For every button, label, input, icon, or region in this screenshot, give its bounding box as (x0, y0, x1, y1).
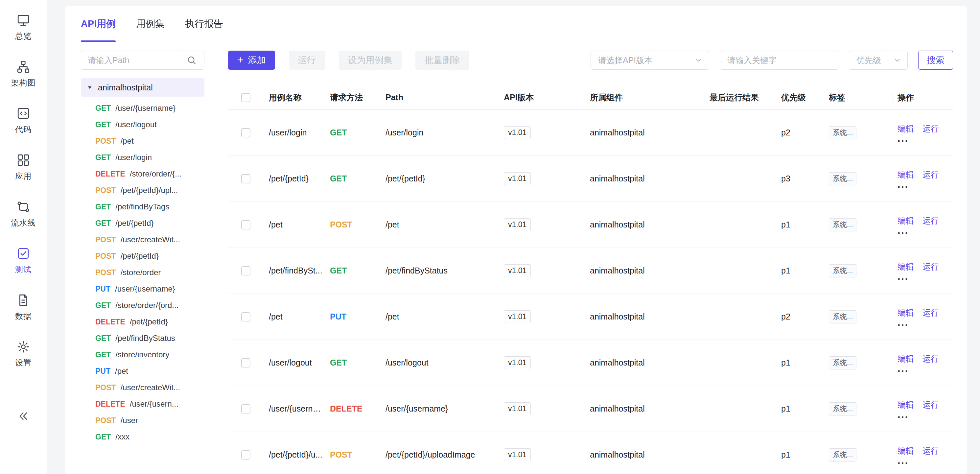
row-checkbox[interactable] (241, 312, 250, 321)
tag-badge: 系统... (829, 126, 856, 139)
row-checkbox[interactable] (241, 358, 250, 367)
sidebar-item-data[interactable]: 数据 (0, 293, 47, 321)
caret-down-icon[interactable] (86, 84, 93, 91)
add-button[interactable]: + 添加 (228, 51, 275, 70)
priority-value: p2 (781, 128, 829, 137)
tab-execution-reports[interactable]: 执行报告 (185, 6, 223, 42)
more-actions-button[interactable]: ... (897, 365, 909, 372)
run-link[interactable]: 运行 (923, 261, 939, 272)
tree-root-node[interactable]: animalhostpital (81, 78, 204, 97)
priority-select[interactable]: 优先级 (849, 51, 908, 70)
tree-item[interactable]: GET /xxx (81, 429, 204, 445)
tree-item-path: /user/createWit... (121, 235, 180, 244)
more-actions-button[interactable]: ... (897, 411, 909, 418)
tree-item[interactable]: POST /pet/{petId} (81, 248, 204, 264)
tree-item[interactable]: GET /user/login (81, 149, 204, 165)
case-name: /pet (269, 220, 330, 229)
keyword-input[interactable] (720, 51, 838, 70)
tree-item-path: /user/{username} (115, 103, 175, 113)
sidebar-item-pipeline[interactable]: 流水线 (0, 200, 47, 228)
tree-item-path: /store/order/{... (130, 169, 181, 178)
run-link[interactable]: 运行 (923, 445, 939, 456)
tree-item[interactable]: GET /store/order/{ord... (81, 297, 204, 313)
tree-item[interactable]: GET /pet/findByTags (81, 199, 204, 215)
tree-item[interactable]: GET /store/inventory (81, 347, 204, 363)
tree-item[interactable]: PUT /user/{username} (81, 281, 204, 297)
case-name: /user/{userna... (269, 404, 330, 414)
api-version-badge: v1.01 (504, 172, 531, 185)
sidebar-item-architecture[interactable]: 架构图 (0, 60, 47, 88)
tree-item[interactable]: GET /pet/{petId} (81, 215, 204, 231)
method-label: GET (95, 219, 111, 228)
api-version-select-placeholder: 请选择API版本 (598, 55, 652, 66)
sidebar: 总览 架构图 代码 应用 流水线 测试 数据 (0, 0, 47, 474)
sidebar-item-code[interactable]: 代码 (0, 107, 47, 135)
tree-item[interactable]: DELETE /user/{usern... (81, 396, 204, 412)
collapse-sidebar-button[interactable] (17, 410, 30, 423)
set-suite-button[interactable]: 设为用例集 (339, 51, 402, 70)
case-path: /user/login (385, 128, 504, 137)
more-actions-button[interactable]: ... (897, 457, 909, 464)
more-actions-button[interactable]: ... (897, 227, 909, 234)
tree-item-path: /pet/{petId} (130, 317, 168, 326)
run-link[interactable]: 运行 (923, 353, 939, 364)
case-path: /pet (385, 312, 504, 321)
row-checkbox[interactable] (241, 450, 250, 460)
tree-item[interactable]: GET /user/{username} (81, 100, 204, 116)
tree-item[interactable]: POST /pet/{petId}/upl... (81, 182, 204, 199)
select-all-checkbox[interactable] (241, 93, 250, 102)
tree-item[interactable]: POST /pet (81, 133, 204, 149)
row-checkbox[interactable] (241, 404, 250, 414)
row-checkbox[interactable] (241, 128, 250, 137)
toolbar: + 添加 运行 设为用例集 批量删除 请选择API版本 优先级 (228, 51, 953, 70)
tab-case-suites[interactable]: 用例集 (136, 6, 165, 42)
row-checkbox[interactable] (241, 220, 250, 229)
more-actions-button[interactable]: ... (897, 273, 909, 280)
more-actions-button[interactable]: ... (897, 181, 909, 188)
case-path: /pet/findByStatus (385, 266, 504, 275)
run-link[interactable]: 运行 (923, 169, 939, 180)
sidebar-item-apps[interactable]: 应用 (0, 153, 47, 181)
api-version-badge: v1.01 (504, 264, 531, 277)
batch-delete-button[interactable]: 批量删除 (415, 51, 469, 70)
tag-badge: 系统... (829, 402, 856, 415)
tree-item[interactable]: POST /store/order (81, 264, 204, 281)
tree-item-path: /pet/{petId} (121, 251, 159, 261)
actions-cell: 编辑 运行 ... (897, 169, 953, 188)
row-checkbox[interactable] (241, 266, 250, 275)
api-version-select[interactable]: 请选择API版本 (590, 51, 709, 70)
row-checkbox[interactable] (241, 174, 250, 183)
sidebar-item-label: 架构图 (11, 78, 36, 88)
more-actions-button[interactable]: ... (897, 135, 909, 142)
tree-item[interactable]: POST /user/createWit... (81, 231, 204, 248)
method-label: PUT (95, 285, 110, 294)
more-actions-button[interactable]: ... (897, 319, 909, 326)
case-path: /pet/{petId}/uploadImage (385, 450, 504, 460)
tree-item[interactable]: PUT /pet (81, 363, 204, 379)
table-header: 用例名称 请求方法 Path API版本 所属组件 最后运行结果 优先级 标签 … (228, 86, 953, 110)
sidebar-item-settings[interactable]: 设置 (0, 340, 47, 368)
tree-item[interactable]: DELETE /store/order/{... (81, 165, 204, 182)
sidebar-item-test[interactable]: 测试 (0, 247, 47, 275)
case-path: /pet (385, 220, 504, 229)
chevron-down-icon (893, 56, 902, 64)
tree-search-button[interactable] (179, 51, 204, 70)
tree-item[interactable]: DELETE /pet/{petId} (81, 313, 204, 330)
sidebar-item-overview[interactable]: 总览 (0, 13, 47, 41)
tab-api-cases[interactable]: API用例 (81, 6, 116, 42)
run-link[interactable]: 运行 (923, 215, 939, 226)
tree-item[interactable]: POST /user (81, 412, 204, 429)
sidebar-item-label: 流水线 (11, 218, 36, 228)
run-link[interactable]: 运行 (923, 307, 939, 318)
tree-item[interactable]: POST /user/createWit... (81, 379, 204, 396)
run-link[interactable]: 运行 (923, 399, 939, 410)
path-search-input[interactable] (81, 51, 179, 70)
search-button[interactable]: 搜索 (918, 51, 953, 70)
tree-item-path: /pet/findByTags (115, 202, 169, 212)
run-button[interactable]: 运行 (289, 51, 325, 70)
run-link[interactable]: 运行 (923, 123, 939, 134)
tree-item[interactable]: GET /user/logout (81, 116, 204, 133)
tree-item[interactable]: GET /pet/findByStatus (81, 330, 204, 347)
method-label: GET (95, 104, 111, 113)
table-row: /user/login GET /user/login v1.01 animal… (228, 110, 953, 156)
